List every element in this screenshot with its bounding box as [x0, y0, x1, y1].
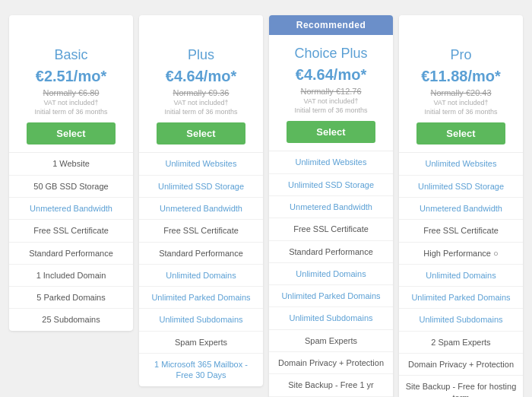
feature-item: Site Backup - Free for hosting term	[399, 376, 523, 397]
feature-item: Unlimited Subdomains	[139, 309, 263, 331]
plan-card-plus: Plus€4.64/mo*Normally €9.36VAT not inclu…	[139, 15, 263, 386]
feature-item: Standard Performance	[139, 243, 263, 265]
feature-item: Domain Privacy + Protection	[269, 352, 393, 374]
feature-item: Unlimited Parked Domains	[139, 287, 263, 309]
plan-name-pro: Pro	[405, 47, 517, 63]
feature-item: Unlimited Domains	[139, 265, 263, 287]
plan-card-pro: Pro€11.88/mo*Normally €20.43VAT not incl…	[399, 15, 523, 397]
plan-vat-pro: VAT not included† Initial term of 36 mon…	[405, 99, 517, 116]
plan-name-plus: Plus	[145, 47, 257, 63]
plan-header-plus: Plus€4.64/mo*Normally €9.36VAT not inclu…	[139, 37, 263, 153]
feature-item: 1 Website	[9, 153, 133, 175]
feature-item: Unlimited SSD Storage	[269, 174, 393, 196]
plan-vat-plus: VAT not included† Initial term of 36 mon…	[145, 99, 257, 116]
select-button-pro[interactable]: Select	[416, 122, 506, 145]
feature-item: Free SSL Certificate	[139, 220, 263, 242]
plan-card-choice-plus: RecommendedChoice Plus€4.64/mo*Normally …	[269, 15, 393, 397]
plan-normal-price-plus: Normally €9.36	[145, 88, 257, 97]
plan-name-choice-plus: Choice Plus	[275, 46, 387, 62]
feature-item: Domain Privacy + Protection	[399, 354, 523, 376]
feature-list-plus: Unlimited WebsitesUnlimited SSD StorageU…	[139, 153, 263, 386]
feature-item: Unmetered Bandwidth	[9, 198, 133, 220]
plan-card-basic: Basic€2.51/mo*Normally €6.80VAT not incl…	[9, 15, 133, 331]
plan-vat-basic: VAT not included† Initial term of 36 mon…	[15, 99, 127, 116]
plan-normal-price-choice-plus: Normally €12.76	[275, 87, 387, 96]
feature-item: Free SSL Certificate	[269, 218, 393, 240]
feature-item: Free SSL Certificate	[399, 220, 523, 242]
recommended-badge: Recommended	[269, 15, 393, 35]
plan-vat-choice-plus: VAT not included† Initial term of 36 mon…	[275, 97, 387, 115]
feature-item: Standard Performance	[9, 243, 133, 265]
feature-item: Unlimited Subdomains	[269, 307, 393, 329]
feature-item: 2 Spam Experts	[399, 332, 523, 354]
plan-header-basic: Basic€2.51/mo*Normally €6.80VAT not incl…	[9, 37, 133, 153]
plan-normal-price-pro: Normally €20.43	[405, 88, 517, 97]
feature-item: Free SSL Certificate	[9, 220, 133, 242]
select-button-basic[interactable]: Select	[27, 122, 116, 145]
select-button-choice-plus[interactable]: Select	[287, 121, 376, 143]
feature-list-basic: 1 Website50 GB SSD StorageUnmetered Band…	[9, 153, 133, 330]
plan-price-plus: €4.64/mo*	[145, 68, 257, 85]
feature-item: Unlimited Domains	[269, 263, 393, 285]
plan-price-basic: €2.51/mo*	[15, 68, 127, 85]
feature-item: 1 Included Domain	[9, 265, 133, 287]
feature-list-pro: Unlimited WebsitesUnlimited SSD StorageU…	[399, 153, 523, 397]
feature-item: Standard Performance	[269, 241, 393, 263]
feature-item: Unlimited Subdomains	[399, 309, 523, 331]
feature-item: Unlimited Websites	[399, 153, 523, 175]
feature-item: Unlimited Websites	[269, 151, 393, 173]
plan-price-pro: €11.88/mo*	[405, 68, 517, 85]
feature-item: Unmetered Bandwidth	[269, 196, 393, 218]
feature-list-choice-plus: Unlimited WebsitesUnlimited SSD StorageU…	[269, 151, 393, 397]
plan-header-choice-plus: Choice Plus€4.64/mo*Normally €12.76VAT n…	[269, 35, 393, 151]
feature-item: Unlimited Domains	[399, 265, 523, 287]
feature-item: Spam Experts	[139, 332, 263, 354]
feature-item: 50 GB SSD Storage	[9, 176, 133, 198]
plan-normal-price-basic: Normally €6.80	[15, 88, 127, 97]
select-button-plus[interactable]: Select	[157, 122, 246, 145]
feature-item: High Performance ○	[399, 243, 523, 265]
plan-header-pro: Pro€11.88/mo*Normally €20.43VAT not incl…	[399, 37, 523, 153]
feature-item: Site Backup - Free 1 yr	[269, 374, 393, 396]
feature-item: Unlimited Parked Domains	[269, 285, 393, 307]
feature-item: Unmetered Bandwidth	[399, 198, 523, 220]
feature-item: Spam Experts	[269, 330, 393, 352]
feature-item: Unlimited Websites	[139, 153, 263, 175]
feature-item: 5 Parked Domains	[9, 287, 133, 309]
feature-item: Unlimited SSD Storage	[139, 176, 263, 198]
feature-item: Unlimited Parked Domains	[399, 287, 523, 309]
plan-name-basic: Basic	[15, 47, 127, 63]
feature-item: Unlimited SSD Storage	[399, 176, 523, 198]
pricing-container: Basic€2.51/mo*Normally €6.80VAT not incl…	[0, 0, 532, 397]
plan-price-choice-plus: €4.64/mo*	[275, 66, 387, 84]
feature-item: Unmetered Bandwidth	[139, 198, 263, 220]
feature-item: 1 Microsoft 365 Mailbox - Free 30 Days	[139, 354, 263, 386]
feature-item: 25 Subdomains	[9, 309, 133, 330]
